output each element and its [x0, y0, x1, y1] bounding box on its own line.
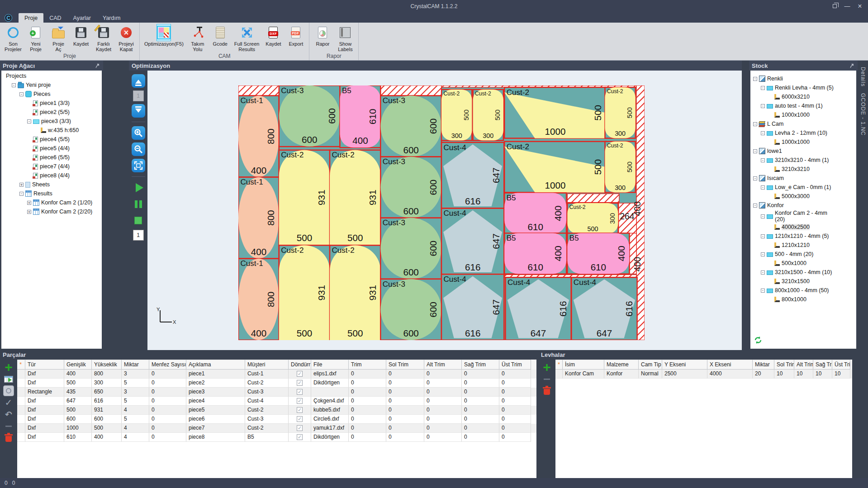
toolpath-button[interactable]: Takım Yolu	[186, 24, 209, 53]
stock-tree-item[interactable]: 3210x1500	[750, 277, 856, 286]
column-header[interactable]: Genişlik	[64, 360, 92, 370]
menu-tab-yardım[interactable]: Yardım	[97, 13, 126, 23]
table-cell[interactable]: 0	[349, 370, 386, 379]
stock-tree-item[interactable]: 1000x1000	[750, 137, 856, 147]
table-cell[interactable]: 0	[386, 388, 424, 397]
cut-piece[interactable]: Cust-2500931	[279, 245, 330, 340]
table-cell[interactable]: Dxf	[25, 370, 64, 379]
table-row[interactable]: Dxf50093140piece5Cust-2✓kubbe5.dxf00000	[17, 406, 536, 415]
column-header[interactable]: Trim	[349, 360, 386, 370]
table-cell[interactable]: 0	[462, 379, 499, 388]
table-cell[interactable]: 4	[122, 406, 149, 415]
confirm-icon[interactable]: ✓	[0, 397, 17, 408]
table-cell[interactable]	[17, 388, 25, 397]
delete-icon[interactable]	[0, 432, 17, 444]
stock-tree-item[interactable]: 5000x3000	[750, 192, 856, 201]
table-cell[interactable]: piece2	[186, 379, 245, 388]
table-cell[interactable]: 0	[499, 379, 531, 388]
table-cell[interactable]: 0	[386, 424, 424, 433]
new-project-button[interactable]: +Yeni Proje	[24, 24, 47, 53]
table-cell[interactable]: 931	[92, 406, 122, 415]
stock-tree-item[interactable]: 500x1000	[750, 259, 856, 268]
menu-tab-cad[interactable]: CAD	[43, 13, 67, 23]
collapse-icon[interactable]: -	[753, 176, 757, 180]
collapse-icon[interactable]: -	[761, 289, 765, 293]
rotate-checkbox[interactable]: ✓	[289, 424, 311, 433]
table-cell[interactable]: 5	[122, 397, 149, 406]
cut-piece[interactable]: Cust-2300500	[473, 90, 503, 141]
cut-piece[interactable]: Cust-4647616	[505, 277, 571, 340]
stock-tree-item[interactable]: -Konfor	[750, 201, 856, 210]
column-header[interactable]: Döndürr	[289, 360, 311, 370]
stock-tree-item[interactable]: -Renkli	[750, 74, 856, 83]
fullscreen-button[interactable]: Full Screen Results	[232, 24, 262, 53]
table-cell[interactable]: 0	[424, 415, 462, 424]
remove-row-icon[interactable]	[538, 373, 555, 385]
stock-tree-item[interactable]: -lowe1	[750, 147, 856, 156]
undo-icon[interactable]: ↶	[0, 408, 17, 420]
table-cell[interactable]: 610	[64, 433, 92, 442]
table-cell[interactable]: 0	[499, 433, 531, 442]
labels-button[interactable]: Show Labels	[334, 24, 356, 53]
table-cell[interactable]: 0	[499, 370, 531, 379]
table-cell[interactable]: 0	[349, 433, 386, 442]
stock-tree-item[interactable]: -Konfor Cam 2 - 4mm (20)	[750, 210, 856, 223]
project-tree-item[interactable]: -Pieces	[1, 90, 102, 99]
fit-screen-icon[interactable]	[132, 159, 145, 172]
table-cell[interactable]: 0	[424, 433, 462, 442]
column-header[interactable]: X Ekseni	[707, 360, 753, 370]
table-row[interactable]: Dxf61040040piece8B5✓Dikdörtgen00000	[17, 433, 536, 442]
collapse-icon[interactable]: -	[27, 119, 31, 123]
table-cell[interactable]: 20	[753, 370, 774, 379]
table-cell[interactable]: 800	[92, 370, 122, 379]
expand-icon[interactable]: +	[27, 201, 31, 205]
table-cell[interactable]: 0	[424, 379, 462, 388]
stock-tree-item[interactable]: -3210x1500 - 4mm (10)	[750, 268, 856, 277]
table-cell[interactable]: 0	[424, 406, 462, 415]
stock-tree-item[interactable]: 6000x3210	[750, 92, 856, 101]
table-cell[interactable]: 2500	[662, 370, 707, 379]
stock-tree-item[interactable]: -L Cam	[750, 119, 856, 128]
rotate-checkbox[interactable]: ✓	[289, 370, 311, 379]
row-selector-header[interactable]: *	[17, 360, 25, 370]
table-cell[interactable]: Çokgen4.dxf	[311, 397, 349, 406]
minimize-icon[interactable]: —	[841, 1, 854, 11]
cut-piece[interactable]: Cust-4616647	[441, 274, 504, 340]
table-cell[interactable]: 10	[794, 370, 813, 379]
project-tree-item[interactable]: piece6 (5/5)	[1, 153, 102, 162]
table-cell[interactable]: piece1	[186, 370, 245, 379]
save-button[interactable]: Kaydet	[70, 24, 92, 47]
stock-tree-item[interactable]: 1000x1000	[750, 110, 856, 119]
collapse-icon[interactable]: -	[761, 214, 765, 218]
cut-piece[interactable]: Cust-2500931	[330, 245, 380, 340]
table-cell[interactable]: 0	[149, 406, 186, 415]
table-cell[interactable]: 400	[64, 370, 92, 379]
table-cell[interactable]: 0	[499, 415, 531, 424]
table-cell[interactable]: yamuk17.dxf	[311, 424, 349, 433]
column-header[interactable]: Sol Trim	[386, 360, 424, 370]
table-cell[interactable]: 0	[462, 388, 499, 397]
menu-tab-proje[interactable]: Proje	[19, 13, 43, 23]
cut-piece[interactable]: Cust-3600600	[279, 85, 340, 147]
table-cell[interactable]: 10	[832, 370, 850, 379]
table-cell[interactable]: 0	[499, 397, 531, 406]
table-cell[interactable]: 0	[349, 379, 386, 388]
column-header[interactable]: Üst Trim	[499, 360, 531, 370]
collapse-icon[interactable]: -	[19, 192, 24, 196]
column-header[interactable]: Alt Trim	[424, 360, 462, 370]
project-tree-item[interactable]: Projects	[1, 71, 102, 81]
optimization-canvas[interactable]: Cust-1400800Cust-1400800Cust-1400800Cust…	[147, 71, 742, 350]
save-as-button[interactable]: Farklı Kaydet	[92, 24, 115, 53]
table-cell[interactable]: Cust-3	[245, 388, 289, 397]
table-cell[interactable]: 0	[386, 415, 424, 424]
collapse-icon[interactable]: -	[761, 86, 765, 90]
table-cell[interactable]: Cust-2	[245, 424, 289, 433]
table-cell[interactable]: 0	[149, 388, 186, 397]
column-header[interactable]: File	[311, 360, 349, 370]
table-cell[interactable]: 3	[122, 388, 149, 397]
stock-tree-item[interactable]: -1210x1210 - 4mm (5)	[750, 232, 856, 241]
cut-piece[interactable]: Cust-4616647	[441, 208, 504, 275]
table-cell[interactable]: 0	[386, 397, 424, 406]
table-cell[interactable]: 5	[122, 379, 149, 388]
project-tree-item[interactable]: -piece3 (3/3)	[1, 117, 102, 126]
